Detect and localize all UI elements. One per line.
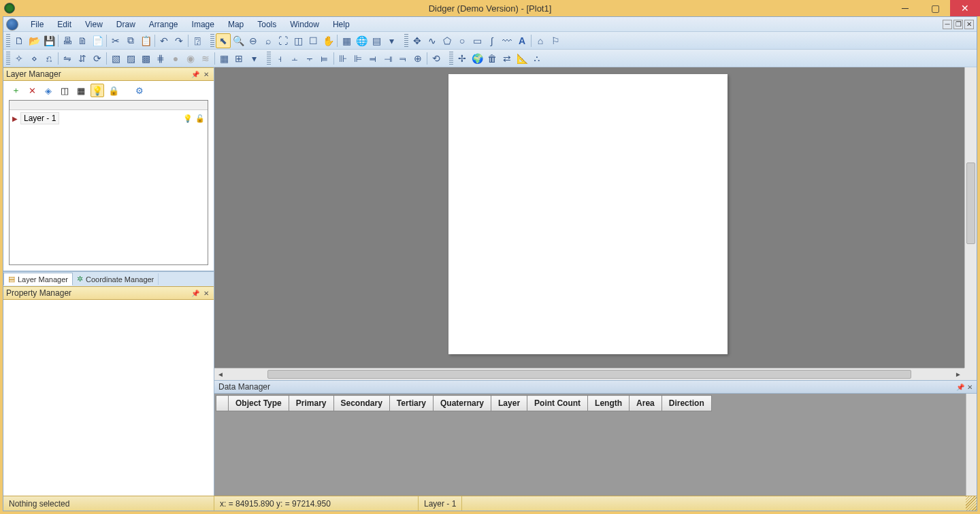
grid-icon[interactable]: ▦ (339, 33, 354, 48)
toolbar-grip[interactable] (6, 34, 10, 48)
blob-icon[interactable]: ● (168, 51, 183, 66)
menu-map[interactable]: Map (221, 18, 250, 31)
save-icon[interactable]: 💾 (42, 33, 56, 48)
distribute-v-icon[interactable]: ⊫ (350, 51, 365, 66)
flip-h-icon[interactable]: ⇋ (60, 51, 75, 66)
help-context-icon[interactable]: ⍰ (190, 33, 205, 48)
downarrow-icon[interactable]: ▾ (384, 33, 399, 48)
hatch-icon[interactable]: ▩ (138, 51, 153, 66)
reshape-icon[interactable]: ✧ (12, 51, 27, 66)
crosshatch-icon[interactable]: ⋕ (153, 51, 168, 66)
close-panel-icon[interactable]: ✕ (201, 69, 211, 79)
data-vertical-scrollbar[interactable] (966, 394, 977, 496)
select-layer-icon[interactable]: ▦ (74, 84, 88, 97)
add-layer-icon[interactable]: ＋ (9, 84, 22, 97)
menu-edit[interactable]: Edit (50, 18, 78, 31)
col-direction[interactable]: Direction (662, 396, 711, 411)
zoom-rect-icon[interactable]: ⌕ (261, 33, 276, 48)
canvas-area[interactable]: ◄ ► (214, 67, 977, 380)
break-icon[interactable]: ⎌ (42, 51, 56, 66)
georef-icon[interactable]: 🌍 (470, 51, 485, 66)
data-table[interactable]: Object Type Primary Secondary Tertiary Q… (216, 395, 712, 411)
col-primary[interactable]: Primary (289, 396, 333, 411)
rectangle-icon[interactable]: ▭ (470, 33, 485, 48)
col-area[interactable]: Area (630, 396, 662, 411)
node-icon[interactable]: ⋄ (27, 51, 42, 66)
symbol-icon[interactable]: ⌂ (533, 33, 548, 48)
transform-icon[interactable]: ⇄ (500, 51, 514, 66)
swirl-icon[interactable]: ◉ (183, 51, 198, 66)
col-layer[interactable]: Layer (491, 396, 527, 411)
flip-v-icon[interactable]: ⇵ (75, 51, 90, 66)
col-secondary[interactable]: Secondary (333, 396, 389, 411)
zoom-in-icon[interactable]: 🔍 (231, 33, 246, 48)
redo-icon[interactable]: ↷ (172, 33, 186, 48)
space-v-icon[interactable]: ⫣ (380, 51, 395, 66)
polyline-icon[interactable]: ∿ (425, 33, 440, 48)
menu-arrange[interactable]: Arrange (142, 18, 185, 31)
new-file-icon[interactable]: 🗋 (12, 33, 27, 48)
layer-options-icon[interactable]: ⚙ (133, 84, 146, 97)
spline-icon[interactable]: ∫ (485, 33, 500, 48)
toolbar-grip[interactable] (210, 34, 214, 48)
row-header-corner[interactable] (216, 396, 229, 411)
pin-icon[interactable]: 📌 (191, 69, 200, 79)
trash-icon[interactable]: 🗑 (485, 51, 500, 66)
layer-list[interactable]: ▶ Layer - 1 💡 🔓 (9, 100, 208, 265)
export-icon[interactable]: 📄 (90, 33, 105, 48)
scroll-left-icon[interactable]: ◄ (214, 369, 227, 380)
app-globe-icon[interactable] (6, 18, 18, 31)
col-point-count[interactable]: Point Count (527, 396, 588, 411)
fill-icon[interactable]: ▧ (108, 51, 123, 66)
plot-page[interactable] (448, 74, 728, 354)
measure-icon[interactable]: 📐 (514, 51, 529, 66)
undo-icon[interactable]: ↶ (157, 33, 172, 48)
toolbar-grip[interactable] (267, 52, 271, 65)
col-tertiary[interactable]: Tertiary (389, 396, 433, 411)
calibrate-icon[interactable]: ✢ (455, 51, 470, 66)
bulb-icon[interactable]: 💡 (183, 114, 193, 123)
layer-stack-icon[interactable]: ◫ (58, 84, 71, 97)
horizontal-scrollbar[interactable]: ◄ ► (214, 368, 964, 380)
print-preview-icon[interactable]: 🗎 (75, 33, 90, 48)
ruler-icon[interactable]: ▤ (369, 33, 384, 48)
layer-visible-icon[interactable]: 💡 (91, 84, 104, 97)
menu-tools[interactable]: Tools (250, 18, 283, 31)
close-button[interactable]: ✕ (950, 0, 980, 16)
menu-view[interactable]: View (78, 18, 110, 31)
freehand-icon[interactable]: 〰 (500, 33, 514, 48)
snap-icon[interactable]: ⊞ (231, 51, 246, 66)
delete-layer-icon[interactable]: ✕ (25, 84, 39, 97)
arrange-icon[interactable]: ⫬ (395, 51, 410, 66)
menu-help[interactable]: Help (326, 18, 357, 31)
layer-props-icon[interactable]: ◈ (42, 84, 55, 97)
toolbar-grip[interactable] (6, 52, 10, 65)
polygon-icon[interactable]: ⬠ (440, 33, 455, 48)
menu-file[interactable]: File (24, 18, 50, 31)
scroll-right-icon[interactable]: ► (952, 369, 964, 380)
mdi-minimize-button[interactable]: ─ (943, 20, 952, 29)
point-icon[interactable]: ⚐ (548, 33, 563, 48)
align-right-icon[interactable]: ⫟ (302, 51, 317, 66)
col-object-type[interactable]: Object Type (229, 396, 289, 411)
align-center-icon[interactable]: ⫠ (287, 51, 302, 66)
menu-image[interactable]: Image (185, 18, 221, 31)
layer-name[interactable]: Layer - 1 (20, 112, 59, 124)
layer-lock-icon[interactable]: 🔒 (107, 84, 120, 97)
col-length[interactable]: Length (588, 396, 630, 411)
tab-layer-manager[interactable]: ▤ Layer Manager (3, 273, 73, 286)
maximize-button[interactable]: ▢ (920, 0, 950, 16)
refresh-icon[interactable]: ⟲ (429, 51, 444, 66)
paste-icon[interactable]: 📋 (138, 33, 153, 48)
snap-dropdown-icon[interactable]: ▾ (246, 51, 261, 66)
layer-row[interactable]: ▶ Layer - 1 💡 🔓 (10, 110, 208, 126)
pan-icon[interactable]: ✋ (321, 33, 336, 48)
copy-icon[interactable]: ⧉ (123, 33, 138, 48)
menu-window[interactable]: Window (283, 18, 326, 31)
gradient-icon[interactable]: ▨ (123, 51, 138, 66)
toolbar-grip[interactable] (404, 34, 408, 48)
text-icon[interactable]: A (514, 33, 529, 48)
zoom-fit-icon[interactable]: ⛶ (276, 33, 291, 48)
zoom-actual-icon[interactable]: ◫ (291, 33, 306, 48)
pin-icon[interactable]: 📌 (956, 383, 964, 391)
